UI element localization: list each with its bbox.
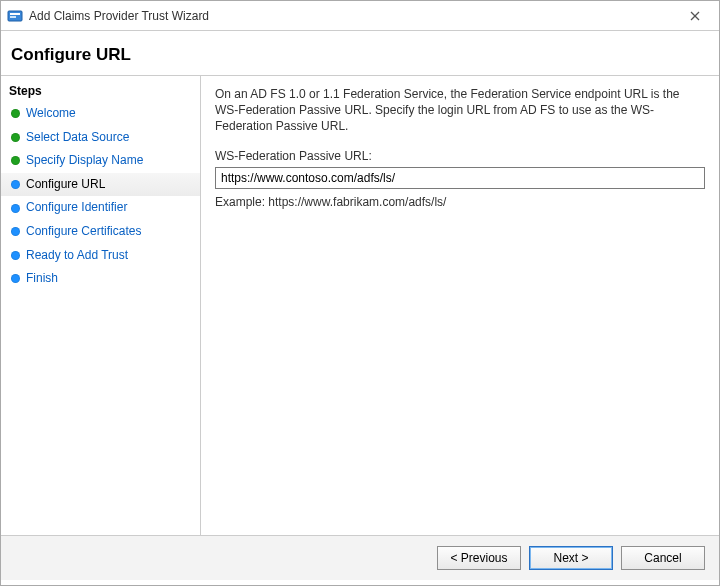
- main-content: On an AD FS 1.0 or 1.1 Federation Servic…: [201, 76, 719, 535]
- bullet-icon: [11, 156, 20, 165]
- step-label: Configure Certificates: [26, 224, 141, 240]
- description-text: On an AD FS 1.0 or 1.1 Federation Servic…: [215, 86, 705, 135]
- url-field-label: WS-Federation Passive URL:: [215, 149, 705, 163]
- bullet-icon: [11, 109, 20, 118]
- bullet-icon: [11, 133, 20, 142]
- example-text: Example: https://www.fabrikam.com/adfs/l…: [215, 195, 705, 209]
- step-finish[interactable]: Finish: [1, 267, 200, 291]
- page-header: Configure URL: [1, 31, 719, 76]
- bullet-icon: [11, 180, 20, 189]
- step-ready-to-add-trust[interactable]: Ready to Add Trust: [1, 244, 200, 268]
- titlebar: Add Claims Provider Trust Wizard: [1, 1, 719, 31]
- previous-button[interactable]: < Previous: [437, 546, 521, 570]
- step-configure-identifier[interactable]: Configure Identifier: [1, 196, 200, 220]
- step-label: Specify Display Name: [26, 153, 143, 169]
- step-label: Configure URL: [26, 177, 105, 193]
- step-label: Welcome: [26, 106, 76, 122]
- bullet-icon: [11, 204, 20, 213]
- step-label: Finish: [26, 271, 58, 287]
- close-button[interactable]: [675, 2, 715, 30]
- svg-rect-2: [10, 16, 16, 18]
- next-button[interactable]: Next >: [529, 546, 613, 570]
- steps-sidebar: Steps Welcome Select Data Source Specify…: [1, 76, 201, 535]
- svg-rect-1: [10, 13, 20, 15]
- sidebar-title: Steps: [1, 82, 200, 102]
- bullet-icon: [11, 227, 20, 236]
- step-label: Select Data Source: [26, 130, 129, 146]
- step-label: Ready to Add Trust: [26, 248, 128, 264]
- page-title: Configure URL: [11, 45, 709, 65]
- wizard-footer: < Previous Next > Cancel: [1, 535, 719, 580]
- bullet-icon: [11, 251, 20, 260]
- step-select-data-source[interactable]: Select Data Source: [1, 126, 200, 150]
- step-configure-url[interactable]: Configure URL: [1, 173, 200, 197]
- step-configure-certificates[interactable]: Configure Certificates: [1, 220, 200, 244]
- close-icon: [690, 11, 700, 21]
- step-welcome[interactable]: Welcome: [1, 102, 200, 126]
- ws-federation-url-input[interactable]: [215, 167, 705, 189]
- window-title: Add Claims Provider Trust Wizard: [29, 9, 675, 23]
- step-specify-display-name[interactable]: Specify Display Name: [1, 149, 200, 173]
- step-label: Configure Identifier: [26, 200, 127, 216]
- app-icon: [7, 8, 23, 24]
- cancel-button[interactable]: Cancel: [621, 546, 705, 570]
- bullet-icon: [11, 274, 20, 283]
